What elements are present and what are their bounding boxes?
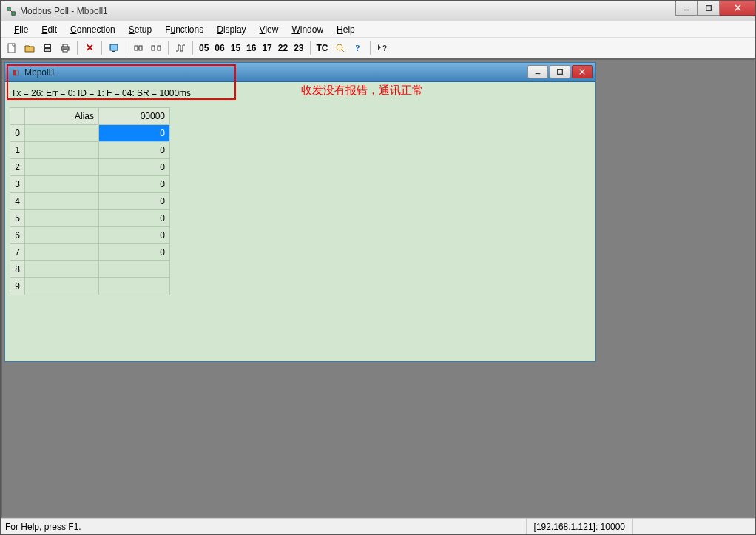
mdi-client-area: ◧ Mbpoll1 Tx = 26: Err = 0: ID = 1: F = … [1, 58, 755, 518]
value-cell[interactable]: 0 [99, 244, 170, 261]
value-cell[interactable]: 0 [99, 159, 170, 176]
menubar: File Edit Connection Setup Functions Dis… [1, 21, 755, 38]
close-button[interactable] [720, 1, 755, 16]
svg-rect-7 [8, 44, 15, 53]
row-index[interactable]: 5 [10, 210, 25, 227]
statusbar-empty [632, 519, 751, 534]
table-row[interactable]: 40 [10, 193, 170, 210]
table-row[interactable]: 9 [10, 278, 170, 295]
table-row[interactable]: 20 [10, 159, 170, 176]
monitor-button[interactable] [106, 40, 122, 56]
menu-connection[interactable]: Connection [64, 23, 121, 36]
child-titlebar[interactable]: ◧ Mbpoll1 [5, 63, 595, 82]
svg-rect-17 [139, 46, 142, 50]
row-index[interactable]: 3 [10, 176, 25, 193]
alias-cell[interactable] [25, 193, 99, 210]
menu-view[interactable]: View [254, 23, 285, 36]
menu-display[interactable]: Display [211, 23, 252, 36]
context-help-button[interactable]: ? [374, 40, 391, 56]
alias-cell[interactable] [25, 261, 99, 278]
row-index[interactable]: 0 [10, 125, 25, 142]
toolbar-separator [370, 41, 371, 55]
svg-text:?: ? [382, 44, 387, 53]
alias-cell[interactable] [25, 210, 99, 227]
menu-edit[interactable]: Edit [36, 23, 63, 36]
value-cell[interactable]: 0 [99, 176, 170, 193]
table-row[interactable]: 60 [10, 227, 170, 244]
row-index[interactable]: 7 [10, 244, 25, 261]
row-index[interactable]: 4 [10, 193, 25, 210]
save-button[interactable] [39, 40, 55, 56]
table-row[interactable]: 00 [10, 125, 170, 142]
table-row[interactable]: 70 [10, 244, 170, 261]
delete-button[interactable]: ✕ [81, 40, 98, 56]
toolbar-separator [77, 41, 78, 55]
minimize-button[interactable] [675, 1, 698, 16]
child-maximize-button[interactable] [550, 65, 570, 78]
svg-rect-4 [706, 5, 712, 10]
tc-button[interactable]: TC [314, 43, 331, 53]
menu-help[interactable]: Help [331, 23, 361, 36]
disconnect-button[interactable] [148, 40, 164, 56]
svg-rect-1 [12, 11, 15, 14]
menu-file[interactable]: File [8, 23, 34, 36]
table-row[interactable]: 30 [10, 176, 170, 193]
row-index[interactable]: 8 [10, 261, 25, 278]
alias-cell[interactable] [25, 176, 99, 193]
row-index[interactable]: 1 [10, 142, 25, 159]
about-button[interactable]: ? [350, 40, 366, 56]
svg-rect-12 [63, 44, 67, 47]
alias-cell[interactable] [25, 159, 99, 176]
value-cell[interactable]: 0 [99, 227, 170, 244]
svg-rect-9 [45, 45, 50, 47]
app-icon [5, 5, 17, 17]
main-title: Modbus Poll - Mbpoll1 [20, 6, 108, 16]
value-cell[interactable] [99, 261, 170, 278]
svg-line-2 [10, 10, 12, 12]
fc17-button[interactable]: 17 [260, 43, 274, 53]
svg-rect-21 [158, 46, 161, 50]
new-button[interactable] [4, 40, 20, 56]
row-index[interactable]: 9 [10, 278, 25, 295]
header-register[interactable]: 00000 [99, 108, 170, 125]
table-row[interactable]: 10 [10, 142, 170, 159]
connect-button[interactable] [130, 40, 146, 56]
table-row[interactable]: 8 [10, 261, 170, 278]
header-alias[interactable]: Alias [25, 108, 99, 125]
menu-functions[interactable]: Functions [159, 23, 209, 36]
fc22-button[interactable]: 22 [276, 43, 290, 53]
row-index[interactable]: 2 [10, 159, 25, 176]
toolbar-separator [101, 41, 102, 55]
row-index[interactable]: 6 [10, 227, 25, 244]
child-window-mbpoll1: ◧ Mbpoll1 Tx = 26: Err = 0: ID = 1: F = … [4, 62, 596, 362]
fc06-button[interactable]: 06 [212, 43, 226, 53]
alias-cell[interactable] [25, 278, 99, 295]
value-cell[interactable] [99, 278, 170, 295]
alias-cell[interactable] [25, 142, 99, 159]
print-button[interactable] [57, 40, 73, 56]
fc16-button[interactable]: 16 [244, 43, 258, 53]
alias-cell[interactable] [25, 227, 99, 244]
fc15-button[interactable]: 15 [229, 43, 243, 53]
menu-setup[interactable]: Setup [123, 23, 158, 36]
fc05-button[interactable]: 05 [197, 43, 211, 53]
value-cell[interactable]: 0 [99, 125, 170, 142]
fc23-button[interactable]: 23 [291, 43, 306, 53]
child-close-button[interactable] [572, 65, 593, 78]
main-titlebar[interactable]: Modbus Poll - Mbpoll1 [1, 1, 755, 21]
alias-cell[interactable] [25, 125, 99, 142]
maximize-button[interactable] [698, 1, 720, 16]
value-cell[interactable]: 0 [99, 142, 170, 159]
menu-window[interactable]: Window [286, 23, 329, 36]
value-cell[interactable]: 0 [99, 193, 170, 210]
svg-point-22 [337, 44, 342, 50]
table-row[interactable]: 50 [10, 210, 170, 227]
pulse-button[interactable] [172, 40, 189, 56]
search-button[interactable] [332, 40, 348, 56]
open-button[interactable] [21, 40, 38, 56]
toolbar-separator [192, 41, 193, 55]
child-minimize-button[interactable] [527, 65, 548, 78]
alias-cell[interactable] [25, 244, 99, 261]
svg-line-23 [342, 50, 344, 52]
value-cell[interactable]: 0 [99, 210, 170, 227]
